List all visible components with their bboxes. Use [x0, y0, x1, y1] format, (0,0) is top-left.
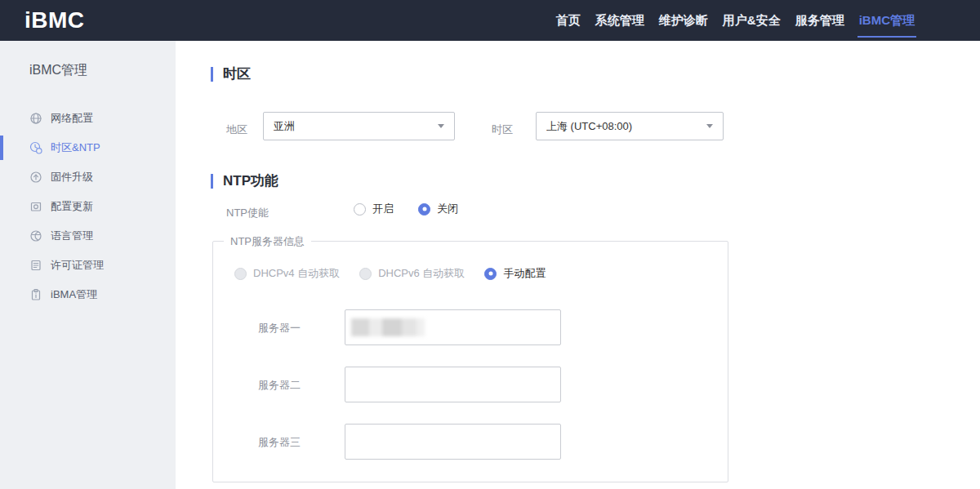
ntp-enable-label: NTP使能	[226, 206, 269, 220]
radio-ntp-on[interactable]: 开启	[354, 202, 394, 216]
radio-ntp-off[interactable]: 关闭	[418, 202, 458, 216]
sidebar-item-license-management[interactable]: 许可证管理	[0, 251, 176, 280]
ntp-section-title: NTP功能	[211, 171, 278, 190]
sidebar-item-language-management[interactable]: 语言管理	[0, 221, 176, 251]
server-three-field	[345, 424, 561, 460]
sidebar: iBMC管理 网络配置 时区&NTP 固件升级	[0, 41, 176, 489]
top-header: iBMC 首页 系统管理 维护诊断 用户&安全 服务管理 iBMC管理	[0, 0, 980, 41]
sidebar-menu: 网络配置 时区&NTP 固件升级 配置更新	[0, 104, 176, 309]
clipboard-icon	[29, 288, 42, 302]
chevron-down-icon	[706, 124, 713, 128]
sidebar-item-label: 网络配置	[51, 111, 93, 126]
clock-icon	[29, 141, 42, 155]
nav-service-management[interactable]: 服务管理	[795, 0, 844, 41]
nav-home[interactable]: 首页	[556, 0, 581, 41]
ntp-server-group-legend: NTP服务器信息	[224, 234, 311, 249]
radio-icon	[354, 203, 366, 216]
region-label: 地区	[226, 122, 247, 137]
ntp-server-mode-radio-group: DHCPv4 自动获取 DHCPv6 自动获取 手动配置	[234, 266, 546, 281]
radio-selected-icon	[418, 203, 430, 216]
nav-maintenance-diagnostics[interactable]: 维护诊断	[659, 0, 708, 41]
accent-bar	[211, 174, 213, 189]
radio-label: DHCPv6 自动获取	[378, 266, 465, 281]
nav-system-management[interactable]: 系统管理	[595, 0, 644, 41]
nav-ibmc-management[interactable]: iBMC管理	[859, 0, 915, 41]
sidebar-item-config-update[interactable]: 配置更新	[0, 192, 176, 221]
ntp-enable-radio-group: 开启 关闭	[354, 202, 458, 216]
config-update-icon	[29, 200, 42, 214]
sidebar-title: iBMC管理	[29, 62, 176, 79]
sidebar-item-label: 许可证管理	[51, 258, 104, 273]
top-nav: 首页 系统管理 维护诊断 用户&安全 服务管理 iBMC管理	[556, 0, 915, 41]
sidebar-item-label: iBMA管理	[51, 287, 97, 302]
radio-disabled-icon	[359, 268, 372, 280]
radio-disabled-icon	[234, 268, 247, 280]
radio-dhcpv6-auto[interactable]: DHCPv6 自动获取	[359, 266, 465, 281]
server-two-input[interactable]	[345, 367, 561, 402]
timezone-select[interactable]: 上海 (UTC+08:00)	[536, 112, 724, 140]
sidebar-item-firmware-upgrade[interactable]: 固件升级	[0, 162, 176, 192]
server-three-input[interactable]	[345, 424, 561, 460]
sidebar-item-network-config[interactable]: 网络配置	[0, 104, 176, 133]
timezone-section-title: 时区	[211, 64, 251, 83]
accent-bar	[211, 67, 213, 82]
server-one-label: 服务器一	[258, 321, 301, 336]
network-icon	[29, 112, 42, 126]
sidebar-item-label: 时区&NTP	[51, 140, 100, 155]
sidebar-item-label: 配置更新	[51, 199, 93, 214]
server-three-label: 服务器三	[258, 435, 301, 450]
server-two-label: 服务器二	[258, 378, 301, 393]
timezone-label: 时区	[492, 122, 513, 137]
license-icon	[29, 259, 42, 273]
server-two-field	[345, 367, 561, 402]
radio-label: 关闭	[437, 202, 458, 216]
sidebar-item-timezone-ntp[interactable]: 时区&NTP	[0, 133, 176, 162]
ibmc-logo: iBMC	[24, 7, 85, 33]
main-content: 时区 地区 亚洲 时区 上海 (UTC+08:00) NTP功能 NTP使能 开…	[176, 41, 980, 489]
region-select[interactable]: 亚洲	[263, 112, 455, 140]
screen: iBMC 首页 系统管理 维护诊断 用户&安全 服务管理 iBMC管理 iBMC…	[0, 0, 980, 489]
server-one-field	[345, 309, 561, 345]
ntp-server-group: NTP服务器信息 DHCPv4 自动获取 DHCPv6 自动获取 手动配置 服务…	[212, 241, 728, 482]
server-one-input[interactable]	[345, 309, 561, 345]
radio-manual-config[interactable]: 手动配置	[484, 266, 546, 281]
nav-user-security[interactable]: 用户&安全	[723, 0, 781, 41]
section-title-text: NTP功能	[223, 171, 278, 190]
timezone-select-value: 上海 (UTC+08:00)	[546, 119, 632, 134]
radio-dhcpv4-auto[interactable]: DHCPv4 自动获取	[234, 266, 340, 281]
radio-label: 手动配置	[503, 266, 546, 281]
region-select-value: 亚洲	[274, 119, 295, 134]
radio-selected-icon	[484, 268, 497, 280]
sidebar-item-label: 固件升级	[51, 170, 93, 184]
sidebar-item-label: 语言管理	[51, 229, 93, 243]
section-title-text: 时区	[223, 64, 251, 83]
radio-label: 开启	[372, 202, 394, 216]
language-icon	[29, 229, 42, 243]
upgrade-icon	[29, 171, 42, 184]
radio-label: DHCPv4 自动获取	[253, 266, 340, 281]
chevron-down-icon	[438, 124, 444, 128]
sidebar-item-ibma-management[interactable]: iBMA管理	[0, 280, 176, 309]
